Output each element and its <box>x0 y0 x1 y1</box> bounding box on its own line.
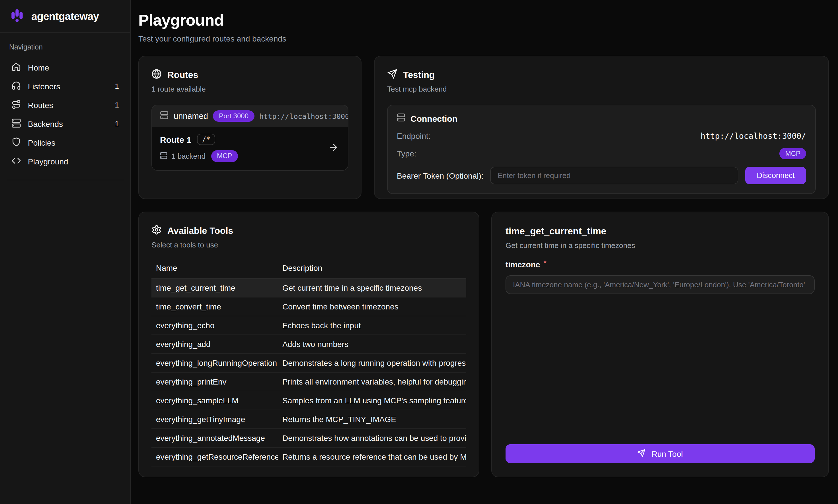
testing-card-title: Testing <box>403 70 435 80</box>
connection-title: Connection <box>411 114 457 123</box>
globe-icon <box>152 69 162 82</box>
route-path-badge: /* <box>197 134 215 145</box>
port-badge: Port 3000 <box>213 110 254 122</box>
app-window: agentgateway Navigation Home Listeners 1… <box>0 0 838 504</box>
tool-row[interactable]: everything_add Adds two numbers <box>152 335 466 354</box>
server-icon <box>160 151 168 161</box>
sidebar-item-label: Backends <box>28 119 63 128</box>
tool-row[interactable]: everything_getResourceReference Returns … <box>152 448 466 466</box>
tool-row[interactable]: everything_longRunningOperation Demonstr… <box>152 354 466 373</box>
gear-icon <box>152 225 162 237</box>
tool-row[interactable]: everything_getTinyImage Returns the MCP_… <box>152 410 466 429</box>
testing-card-subtitle: Test mcp backend <box>387 85 816 93</box>
server-icon <box>397 113 405 124</box>
sidebar-divider <box>7 180 124 180</box>
endpoint-value: http://localhost:3000/ <box>700 131 806 141</box>
server-icon <box>160 111 169 122</box>
tools-card-title: Available Tools <box>168 226 233 236</box>
nav-count: 1 <box>115 82 119 90</box>
endpoint-label: Endpoint: <box>397 131 431 141</box>
listener-name: unnamed <box>174 111 208 121</box>
nav-section-label: Navigation <box>9 43 124 51</box>
type-mcp-badge: MCP <box>780 148 806 160</box>
run-tool-label: Run Tool <box>651 449 683 458</box>
tool-row[interactable]: everything_echo Echoes back the input <box>152 316 466 335</box>
sidebar-item-routes[interactable]: Routes 1 <box>7 95 124 114</box>
tool-row[interactable]: everything_annotatedMessage Demonstrates… <box>152 429 466 448</box>
tool-panel-title: time_get_current_time <box>506 226 815 237</box>
brand[interactable]: agentgateway <box>0 0 130 33</box>
routes-card-subtitle: 1 route available <box>152 85 348 93</box>
route-icon <box>12 99 21 111</box>
shield-icon <box>12 137 21 148</box>
mcp-badge: MCP <box>211 150 238 162</box>
tool-row[interactable]: time_get_current_time Get current time i… <box>152 279 466 298</box>
timezone-input[interactable] <box>506 275 815 294</box>
column-header-name: Name <box>152 261 278 278</box>
nav-count: 1 <box>115 101 119 109</box>
send-icon <box>637 449 646 459</box>
page-subtitle: Test your configured routes and backends <box>138 34 829 43</box>
headphones-icon <box>12 80 21 92</box>
tools-table: Name Description time_get_current_time G… <box>152 261 466 466</box>
required-marker: * <box>543 259 546 267</box>
routes-card-title: Routes <box>168 70 198 80</box>
sidebar-item-label: Routes <box>28 101 53 109</box>
route-backend-count: 1 backend <box>171 152 206 160</box>
tool-run-panel: time_get_current_time Get current time i… <box>491 212 829 477</box>
arrow-right-icon <box>329 142 339 155</box>
tool-row[interactable]: everything_sampleLLM Samples from an LLM… <box>152 391 466 410</box>
sidebar-item-label: Playground <box>28 157 68 166</box>
available-tools-card: Available Tools Select a tools to use Na… <box>138 212 479 477</box>
listener-url: http://localhost:3000/ <box>259 112 348 120</box>
brand-name: agentgateway <box>31 10 99 22</box>
tool-row[interactable]: time_convert_time Convert time between t… <box>152 298 466 316</box>
bearer-token-label: Bearer Token (Optional): <box>397 171 484 180</box>
sidebar-item-policies[interactable]: Policies <box>7 133 124 152</box>
sidebar-item-playground[interactable]: Playground <box>7 152 124 170</box>
connection-panel: Connection Endpoint: http://localhost:30… <box>387 105 816 194</box>
code-icon <box>12 156 21 167</box>
main-content: Playground Test your configured routes a… <box>131 0 838 504</box>
home-icon <box>12 62 21 73</box>
testing-card: Testing Test mcp backend Connection Endp… <box>374 56 829 199</box>
listener-group: unnamed Port 3000 http://localhost:3000/… <box>152 105 348 170</box>
sidebar-item-home[interactable]: Home <box>7 58 124 77</box>
server-icon <box>12 118 21 129</box>
type-label: Type: <box>397 149 416 158</box>
agentgateway-logo-icon <box>8 6 25 26</box>
routes-card: Routes 1 route available unnamed Port 30… <box>138 56 362 199</box>
nav-count: 1 <box>115 120 119 128</box>
column-header-description: Description <box>278 261 466 278</box>
sidebar-item-label: Policies <box>28 138 55 147</box>
sidebar-item-backends[interactable]: Backends 1 <box>7 114 124 133</box>
tool-panel-subtitle: Get current time in a specific timezones <box>506 241 815 250</box>
sidebar-item-label: Listeners <box>28 82 60 91</box>
send-icon <box>387 69 397 82</box>
bearer-token-input[interactable] <box>490 167 739 185</box>
sidebar-item-label: Home <box>28 63 49 72</box>
disconnect-button[interactable]: Disconnect <box>745 167 806 185</box>
tool-row[interactable]: everything_printEnv Prints all environme… <box>152 373 466 391</box>
tools-card-subtitle: Select a tools to use <box>152 241 466 249</box>
sidebar-item-listeners[interactable]: Listeners 1 <box>7 77 124 95</box>
page-title: Playground <box>138 11 829 30</box>
tools-table-header: Name Description <box>152 261 466 279</box>
listener-header: unnamed Port 3000 http://localhost:3000/ <box>152 105 348 127</box>
run-tool-button[interactable]: Run Tool <box>506 444 815 463</box>
timezone-field-label: timezone <box>506 260 540 269</box>
sidebar-nav: Navigation Home Listeners 1 Routes 1 Bac… <box>0 33 130 180</box>
route-name: Route 1 <box>160 135 191 144</box>
route-item[interactable]: Route 1 /* 1 backend MCP <box>152 127 348 170</box>
sidebar: agentgateway Navigation Home Listeners 1… <box>0 0 131 504</box>
